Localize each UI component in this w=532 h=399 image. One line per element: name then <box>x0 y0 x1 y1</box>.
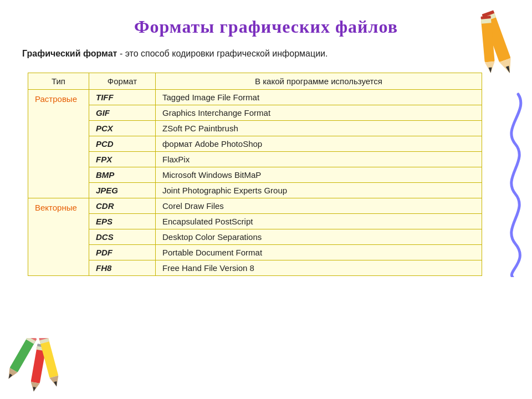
formats-table: Тип Формат В какой программе используетс… <box>28 73 482 276</box>
format-cell: DCS <box>89 229 156 245</box>
svg-rect-19 <box>37 344 47 347</box>
subtitle-bold: Графический формат <box>22 49 117 58</box>
svg-rect-15 <box>31 345 47 383</box>
subtitle: Графический формат - это способ кодировк… <box>22 47 344 60</box>
format-cell: JPEG <box>89 183 156 198</box>
svg-marker-8 <box>489 67 493 73</box>
format-cell: EPS <box>89 214 156 229</box>
svg-rect-11 <box>26 338 37 344</box>
desc-cell: Graphics Interchange Format <box>156 105 482 121</box>
page: Форматы графических файлов Графический ф… <box>0 0 532 399</box>
format-cell: GIF <box>89 105 156 121</box>
svg-rect-24 <box>39 338 48 340</box>
svg-marker-22 <box>50 376 62 388</box>
pencils-decoration-bottom-left <box>6 338 72 393</box>
desc-cell: Desktop Color Separations <box>156 229 482 245</box>
col-header-desc: В какой программе используется <box>156 73 482 90</box>
format-cell: FH8 <box>89 260 156 276</box>
svg-rect-16 <box>37 345 47 351</box>
desc-cell: Encapsulated PostScript <box>156 214 482 229</box>
format-cell: PCD <box>89 136 156 152</box>
desc-cell: Joint Photographic Experts Group <box>156 183 482 198</box>
format-cell: FPX <box>89 152 156 167</box>
col-header-format: Формат <box>89 73 156 90</box>
desc-cell: формат Adobe PhotoShop <box>156 136 482 152</box>
format-cell: TIFF <box>89 90 156 105</box>
svg-marker-18 <box>32 387 36 392</box>
squiggle-decoration-right <box>499 89 526 277</box>
desc-cell: Tagged Image File Format <box>156 90 482 105</box>
svg-marker-17 <box>29 382 40 392</box>
desc-cell: Free Hand File Version 8 <box>156 260 482 276</box>
page-title: Форматы графических файлов <box>22 17 510 37</box>
col-header-type: Тип <box>28 73 89 90</box>
svg-rect-20 <box>39 338 59 378</box>
svg-marker-13 <box>7 374 12 380</box>
svg-marker-2 <box>499 58 515 75</box>
svg-marker-3 <box>506 66 511 74</box>
format-cell: BMP <box>89 167 156 183</box>
svg-rect-14 <box>28 338 37 341</box>
desc-cell: Portable Document Format <box>156 245 482 260</box>
format-cell: PDF <box>89 245 156 260</box>
svg-marker-7 <box>485 62 496 73</box>
svg-rect-10 <box>9 338 36 372</box>
desc-cell: Corel Draw Files <box>156 198 482 214</box>
desc-cell: Microsoft Windows BitMaP <box>156 167 482 183</box>
svg-rect-21 <box>39 338 49 344</box>
svg-marker-12 <box>6 368 18 381</box>
desc-cell: ZSoft PC Paintbrush <box>156 121 482 136</box>
format-cell: CDR <box>89 198 156 214</box>
type-cell-векторные: Векторные <box>28 198 89 276</box>
svg-marker-23 <box>54 381 58 387</box>
subtitle-rest: - это способ кодировки графической инфор… <box>117 49 328 58</box>
desc-cell: FlaxPix <box>156 152 482 167</box>
format-cell: PCX <box>89 121 156 136</box>
type-cell-растровые: Растровые <box>28 90 89 198</box>
